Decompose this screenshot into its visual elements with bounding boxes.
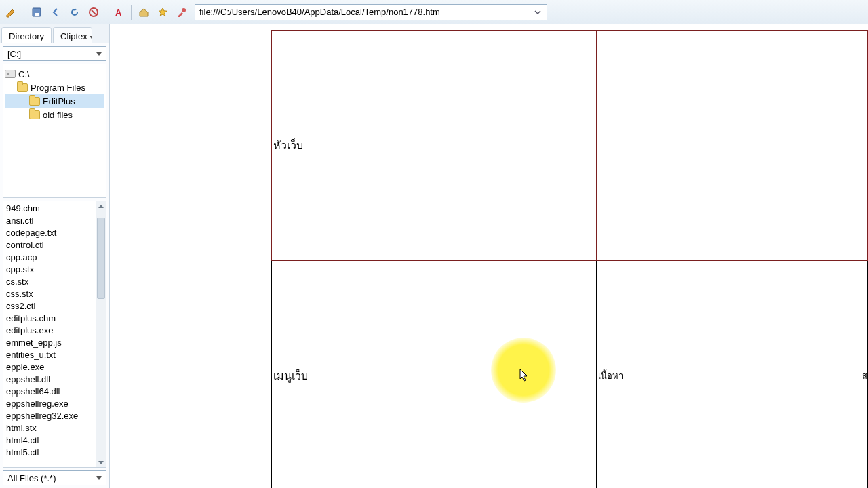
file-list[interactable]: 949.chmansi.ctlcodepage.txtcontrol.ctlcp… <box>3 201 106 468</box>
tree-item[interactable]: Program Files <box>5 81 104 94</box>
tab-directory[interactable]: Directory <box>1 27 52 43</box>
file-filter[interactable]: All Files (*.*) <box>3 470 106 485</box>
scroll-down-icon[interactable] <box>96 458 106 467</box>
file-item[interactable]: eppshell64.dll <box>6 386 94 398</box>
file-item[interactable]: emmet_epp.js <box>6 337 94 349</box>
file-item[interactable]: css2.ctl <box>6 300 94 312</box>
svg-text:A: A <box>115 7 122 18</box>
cell-menu: เมนูเว็บ <box>272 261 597 489</box>
svg-line-3 <box>92 10 96 14</box>
tree-item-label: C:\ <box>18 69 30 79</box>
cell-header-right <box>597 30 868 261</box>
cell-content-right: ส <box>862 369 867 383</box>
address-input[interactable] <box>199 7 533 17</box>
tab-overflow-icon <box>90 36 92 39</box>
toolbar: A <box>0 0 868 24</box>
file-item[interactable]: eppie.exe <box>6 361 94 373</box>
file-item[interactable]: cpp.acp <box>6 251 94 264</box>
separator <box>24 5 24 20</box>
tree-item-label: EditPlus <box>43 96 75 106</box>
cell-header: หัวเว็บ <box>272 30 597 261</box>
tree-item[interactable]: EditPlus <box>5 94 104 108</box>
scroll-thumb[interactable] <box>97 218 105 299</box>
file-item[interactable]: control.ctl <box>6 239 94 251</box>
tree-item-label: Program Files <box>31 83 85 93</box>
file-item[interactable]: cs.stx <box>6 276 94 288</box>
font-icon[interactable]: A <box>110 3 127 21</box>
file-item[interactable]: codepage.txt <box>6 227 94 239</box>
address-bar[interactable] <box>195 4 547 20</box>
tree-item-label: old files <box>43 110 73 120</box>
file-item[interactable]: eppshellreg.exe <box>6 398 94 410</box>
tree-item[interactable]: old files <box>5 108 104 121</box>
file-item[interactable]: html4.ctl <box>6 434 94 447</box>
side-tabs: Directory Cliptex <box>0 24 109 43</box>
folder-tree[interactable]: C:\Program FilesEditPlusold files <box>3 64 106 198</box>
chevron-down-icon <box>96 52 102 56</box>
tool-icon[interactable] <box>173 3 191 21</box>
back-icon[interactable] <box>47 3 64 21</box>
scroll-track[interactable] <box>96 211 106 458</box>
sidebar: Directory Cliptex [C:] C:\Program FilesE… <box>0 24 110 488</box>
tree-item[interactable]: C:\ <box>5 67 104 81</box>
separator <box>106 5 106 20</box>
file-item[interactable]: editplus.exe <box>6 325 94 337</box>
cell-content: เนื้อหา ส <box>597 261 868 489</box>
stop-icon[interactable] <box>85 3 102 21</box>
tab-cliptext-label: Cliptex <box>60 31 87 41</box>
file-item[interactable]: eppshell.dll <box>6 373 94 386</box>
file-item[interactable]: ansi.ctl <box>6 215 94 227</box>
file-item[interactable]: cpp.stx <box>6 264 94 276</box>
folder-icon <box>29 97 40 106</box>
chevron-down-icon <box>96 476 102 480</box>
file-item[interactable]: html.stx <box>6 422 94 434</box>
address-dropdown-icon[interactable] <box>533 9 542 16</box>
file-item[interactable]: 949.chm <box>6 203 94 215</box>
separator <box>131 5 132 20</box>
drive-label: [C:] <box>7 49 21 59</box>
file-filter-label: All Files (*.*) <box>7 473 56 483</box>
cell-content-text: เนื้อหา <box>598 371 623 381</box>
edit-icon[interactable] <box>3 3 20 21</box>
file-item[interactable]: entities_u.txt <box>6 349 94 361</box>
file-item[interactable]: html5.ctl <box>6 447 94 459</box>
drive-selector[interactable]: [C:] <box>3 46 106 61</box>
main: Directory Cliptex [C:] C:\Program FilesE… <box>0 24 868 488</box>
save-icon[interactable] <box>28 3 45 21</box>
file-list-scrollbar[interactable] <box>96 201 106 467</box>
browser-preview: หัวเว็บ เมนูเว็บ เนื้อหา ส <box>110 24 868 488</box>
favorites-icon[interactable] <box>154 3 172 21</box>
folder-icon <box>17 83 28 92</box>
svg-rect-1 <box>35 13 39 16</box>
file-item[interactable]: editplus.chm <box>6 312 94 325</box>
file-item[interactable]: css.stx <box>6 288 94 300</box>
file-item[interactable]: eppshellreg32.exe <box>6 410 94 422</box>
svg-point-5 <box>182 8 186 12</box>
preview-table: หัวเว็บ เมนูเว็บ เนื้อหา ส <box>271 30 868 488</box>
refresh-icon[interactable] <box>66 3 83 21</box>
tab-cliptext[interactable]: Cliptex <box>53 27 92 43</box>
home-icon[interactable] <box>135 3 153 21</box>
scroll-up-icon[interactable] <box>96 201 106 211</box>
drive-icon <box>5 70 16 78</box>
folder-icon <box>29 110 40 119</box>
